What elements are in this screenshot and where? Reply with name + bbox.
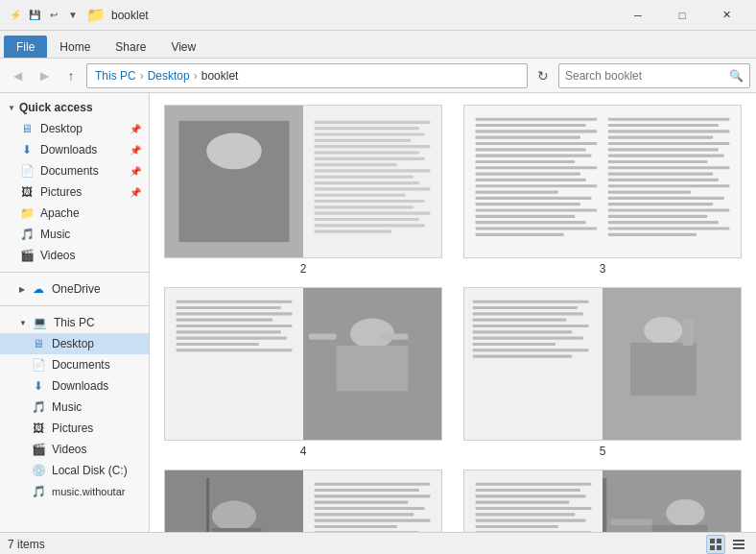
svg-rect-123 <box>476 489 580 492</box>
svg-rect-7 <box>315 139 412 142</box>
item-count: 7 items <box>8 538 45 551</box>
sidebar-item-desktop-label: Desktop <box>40 122 83 135</box>
sidebar-item-thispc-music[interactable]: 🎵 Music <box>0 397 149 418</box>
thumb-item-3[interactable]: 3 <box>461 105 744 276</box>
back-button[interactable]: ◀ <box>6 64 29 87</box>
svg-rect-99 <box>212 528 262 532</box>
sidebar-item-pictures-label: Pictures <box>40 185 82 199</box>
svg-rect-109 <box>315 525 397 528</box>
svg-rect-141 <box>602 478 606 532</box>
svg-rect-74 <box>177 349 293 351</box>
svg-rect-88 <box>473 337 583 340</box>
svg-rect-108 <box>315 519 431 522</box>
sidebar-item-apache[interactable]: 📁 Apache <box>0 203 149 224</box>
search-input[interactable] <box>565 69 725 83</box>
sidebar-item-videos[interactable]: 🎬 Videos <box>0 245 149 266</box>
sidebar-item-music[interactable]: 🎵 Music <box>0 224 149 245</box>
svg-rect-107 <box>315 513 414 516</box>
up-button[interactable]: ↑ <box>59 64 83 87</box>
svg-rect-102 <box>315 483 431 486</box>
thumb-img-7 <box>463 470 742 532</box>
breadcrumb-sep-1: › <box>140 69 144 83</box>
sidebar-divider-2 <box>0 305 149 306</box>
svg-rect-24 <box>476 118 598 121</box>
svg-rect-160 <box>717 545 721 550</box>
svg-rect-61 <box>608 221 719 224</box>
quick-access-header[interactable]: ▼ Quick access <box>0 97 149 118</box>
dropdown-icon[interactable]: ▼ <box>65 8 81 23</box>
desktop-icon: 🖥 <box>19 121 35 136</box>
close-button[interactable]: ✕ <box>704 0 748 31</box>
quick-access-section: ▼ Quick access 🖥 Desktop 📌 ⬇ Downloads 📌… <box>0 93 149 270</box>
thumb-item-2[interactable]: 2 <box>161 105 445 276</box>
sidebar-item-thispc-local[interactable]: 💿 Local Disk (C:) <box>0 460 149 481</box>
thispc-desktop-icon: 🖥 <box>31 336 46 351</box>
forward-button[interactable]: ▶ <box>33 64 56 87</box>
svg-rect-16 <box>315 194 406 197</box>
sidebar-item-thispc-music2[interactable]: 🎵 music.withoutar <box>0 481 149 502</box>
sidebar-item-pictures[interactable]: 🖼 Pictures 📌 <box>0 181 149 203</box>
svg-rect-130 <box>476 531 592 532</box>
svg-rect-127 <box>476 513 576 516</box>
svg-rect-161 <box>733 540 744 542</box>
svg-rect-30 <box>476 155 592 157</box>
thumb-item-6[interactable]: 6 <box>161 470 445 532</box>
sidebar-item-videos-label: Videos <box>40 249 75 262</box>
sidebar-item-thispc-downloads[interactable]: ⬇ Downloads <box>0 375 149 397</box>
svg-rect-26 <box>476 130 598 132</box>
undo-icon[interactable]: ↩ <box>46 8 61 23</box>
ribbon-tabs: File Home Share View <box>0 31 756 58</box>
tab-share[interactable]: Share <box>103 36 158 58</box>
svg-rect-53 <box>608 173 713 176</box>
thumb-item-7[interactable]: 7 <box>461 470 744 532</box>
sidebar-item-thispc-documents[interactable]: 📄 Documents <box>0 354 149 375</box>
tab-home[interactable]: Home <box>47 36 103 58</box>
svg-rect-57 <box>608 197 724 200</box>
thumb-item-4[interactable]: 4 <box>161 287 445 458</box>
svg-rect-15 <box>315 187 431 190</box>
sidebar-item-thispc-pictures[interactable]: 🖼 Pictures <box>0 418 149 439</box>
pin-icon-desktop: 📌 <box>130 124 141 134</box>
svg-rect-140 <box>611 519 652 525</box>
refresh-button[interactable]: ↻ <box>532 64 555 87</box>
svg-rect-44 <box>608 118 730 121</box>
search-bar[interactable]: 🔍 <box>558 63 750 88</box>
svg-rect-43 <box>476 233 564 236</box>
svg-rect-8 <box>315 145 431 148</box>
svg-rect-72 <box>177 337 287 340</box>
breadcrumb-desktop[interactable]: Desktop <box>148 69 190 83</box>
view-large-icon-button[interactable] <box>706 535 725 554</box>
view-details-button[interactable] <box>729 535 748 554</box>
thumb-item-5[interactable]: 5 <box>461 287 744 458</box>
minimize-button[interactable]: ─ <box>616 0 660 31</box>
svg-rect-56 <box>608 190 691 193</box>
sidebar-item-desktop[interactable]: 🖥 Desktop 📌 <box>0 118 149 139</box>
thumb-img-6 <box>164 470 442 532</box>
sidebar-item-thispc-desktop[interactable]: 🖥 Desktop <box>0 333 149 354</box>
svg-rect-35 <box>476 184 598 187</box>
sidebar-item-downloads[interactable]: ⬇ Downloads 📌 <box>0 139 149 160</box>
sidebar-item-documents[interactable]: 📄 Documents 📌 <box>0 160 149 181</box>
save-icon[interactable]: 💾 <box>27 8 42 23</box>
svg-rect-34 <box>476 179 586 181</box>
breadcrumb-this-pc[interactable]: This PC <box>95 69 136 83</box>
thispc-arrow: ▼ <box>19 319 27 327</box>
svg-rect-19 <box>315 212 431 215</box>
maximize-button[interactable]: □ <box>660 0 704 31</box>
apache-icon: 📁 <box>19 205 35 221</box>
tab-view[interactable]: View <box>158 36 208 58</box>
svg-rect-159 <box>710 545 715 550</box>
sidebar-item-thispc-videos[interactable]: 🎬 Videos <box>0 439 149 460</box>
svg-rect-38 <box>476 203 580 205</box>
sidebar-item-thispc[interactable]: ▼ 💻 This PC <box>0 312 149 333</box>
svg-rect-11 <box>315 163 397 166</box>
tab-file[interactable]: File <box>4 36 47 58</box>
svg-rect-17 <box>315 200 425 203</box>
sidebar-divider-1 <box>0 272 149 273</box>
breadcrumb[interactable]: This PC › Desktop › booklet <box>86 63 528 88</box>
sidebar-item-onedrive[interactable]: ▶ ☁ OneDrive <box>0 278 149 300</box>
svg-rect-65 <box>165 288 303 440</box>
svg-rect-27 <box>476 136 580 139</box>
svg-rect-14 <box>315 181 419 184</box>
thumb-img-2 <box>164 105 442 258</box>
